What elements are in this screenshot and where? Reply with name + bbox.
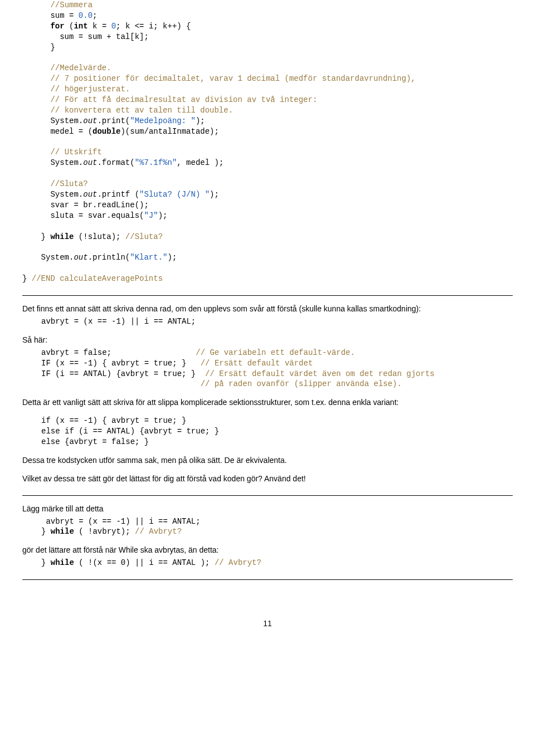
paragraph: Lägg märke till att detta: [22, 504, 513, 514]
code-text: ;: [93, 11, 97, 20]
comment: // Ersätt default värdet: [201, 359, 313, 368]
string: "J": [144, 211, 158, 220]
italic: out: [83, 190, 97, 199]
code-text: IF (x == -1) { avbryt = true; }: [41, 359, 186, 368]
inline-code: avbryt = (x == -1) || i == ANTAL;: [22, 316, 513, 327]
comment: //Summera: [50, 1, 93, 9]
code-text: )(sum/antalInmatade);: [120, 127, 218, 136]
page-container: //Summera sum = 0.0; for (int k = 0; k <…: [0, 0, 535, 650]
code-text: svar = br.readLine();: [50, 201, 148, 209]
paragraph: Dessa tre kodstycken utför samma sak, me…: [22, 455, 513, 466]
code-text: System.: [50, 190, 83, 199]
code-text: );: [196, 116, 205, 125]
italic: out: [74, 253, 87, 262]
code-text: );: [210, 190, 219, 199]
comment: // Ersätt default värdet även om det red…: [205, 369, 435, 378]
code-text: else {avbryt = false; }: [41, 437, 149, 446]
string: "%7.1f%n": [135, 158, 177, 167]
comment: // högerjusterat.: [50, 85, 130, 94]
code-text: );: [158, 211, 168, 220]
code-text: System.: [50, 116, 83, 125]
code-text: ; k <= i; k++) {: [116, 22, 191, 31]
comment: // på raden ovanför (slipper använda els…: [201, 379, 402, 388]
code: //Summera sum = 0.0; for (int k = 0; k <…: [22, 0, 513, 284]
keyword: int: [74, 22, 87, 31]
divider: [22, 495, 513, 496]
page-number: 11: [22, 619, 513, 628]
main-code-block: //Summera sum = 0.0; for (int k = 0; k <…: [22, 0, 513, 284]
code-text: );: [167, 253, 177, 262]
code-text: ( !avbryt);: [74, 527, 135, 536]
keyword: double: [93, 127, 120, 136]
code-text: if (x == -1) { avbryt = true; }: [41, 416, 186, 425]
code-text: sum = sum + tal[k];: [22, 32, 149, 41]
code-text: .print(: [97, 116, 130, 125]
paragraph: Så här:: [22, 335, 513, 345]
code-block: avbryt = false; // Ge variabeln ett defa…: [22, 348, 513, 390]
comment: // Avbryt?: [215, 558, 261, 567]
keyword: while: [51, 527, 74, 536]
code-text: else if (i == ANTAL) {avbryt = true; }: [41, 427, 219, 436]
divider: [22, 295, 513, 296]
code-text: avbryt = false;: [41, 348, 111, 357]
comment: //Sluta?: [125, 232, 163, 241]
keyword: while: [50, 232, 74, 241]
comment: // Avbryt?: [135, 527, 182, 536]
string: "Sluta? (J/N) ": [139, 190, 210, 199]
paragraph: gör det lättare att förstå när While ska…: [22, 545, 513, 555]
code-text: }: [22, 274, 32, 283]
string: "Medelpoäng: ": [130, 116, 196, 125]
comment: // Utskrift: [50, 148, 101, 157]
divider: [22, 579, 513, 580]
literal: 0.0: [79, 11, 93, 20]
paragraph: Detta är ett vanligt sätt att skriva för…: [22, 397, 513, 408]
code-text: sum =: [50, 11, 78, 20]
code-block: avbryt = (x == -1) || i == ANTAL; } whil…: [22, 516, 513, 538]
code-text: }: [50, 43, 55, 52]
comment: // konvertera ett av talen till double.: [50, 106, 233, 115]
code-text: k =: [88, 22, 111, 31]
code-text: .format(: [97, 158, 134, 167]
paragraph: Vilket av dessa tre sätt gör det lättast…: [22, 474, 513, 484]
comment: //Sluta?: [50, 179, 87, 188]
comment: //END calculateAveragePoints: [32, 274, 163, 283]
code-text: System.: [50, 158, 83, 167]
code-text: avbryt = (x == -1) || i == ANTAL;: [46, 517, 200, 526]
code-text: }: [41, 527, 51, 536]
code-text: (: [65, 22, 74, 31]
paragraph: Det finns ett annat sätt att skriva denn…: [22, 304, 513, 314]
italic: out: [83, 158, 97, 167]
string: "Klart.": [130, 253, 167, 262]
code-block: } while ( !(x == 0) || i == ANTAL ); // …: [22, 558, 513, 568]
code-text: , medel );: [177, 158, 223, 167]
code-text: IF (i == ANTAL) {avbryt = true; }: [41, 369, 196, 378]
keyword: while: [51, 558, 74, 567]
literal: 0: [111, 22, 116, 31]
italic: out: [83, 116, 97, 125]
comment: //Medelvärde.: [50, 64, 111, 72]
code-text: }: [41, 232, 51, 241]
keyword: for: [50, 22, 64, 31]
code-text: sluta = svar.equals(: [50, 211, 144, 220]
code-text: }: [41, 558, 51, 567]
comment: // Ge variabeln ett default-värde.: [196, 348, 355, 357]
comment: // För att få decimalresultat av divisio…: [50, 95, 317, 104]
code-text: System.: [41, 253, 74, 262]
code-text: avbryt = (x == -1) || i == ANTAL;: [41, 317, 196, 326]
code-text: ( !(x == 0) || i == ANTAL );: [74, 558, 215, 567]
code-text: .println(: [88, 253, 130, 262]
comment: // 7 positioner för decimaltalet, varav …: [50, 74, 415, 83]
code-text: medel = (: [50, 127, 93, 136]
code-block: if (x == -1) { avbryt = true; } else if …: [22, 416, 513, 447]
code-text: (!sluta);: [74, 232, 125, 241]
code-text: .printf (: [97, 190, 139, 199]
